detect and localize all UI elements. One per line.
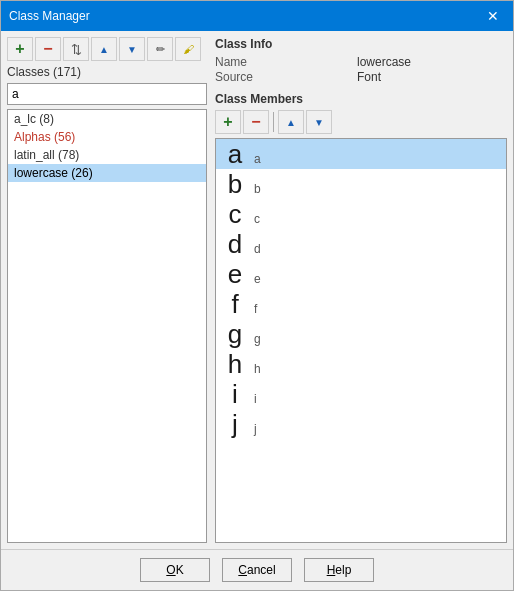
member-move-down-button[interactable]: ▼ xyxy=(306,110,332,134)
member-move-up-button[interactable]: ▲ xyxy=(278,110,304,134)
close-button[interactable]: ✕ xyxy=(481,6,505,26)
remove-member-button[interactable]: − xyxy=(243,110,269,134)
left-toolbar: + − ⇅ ▲ ▼ ✏ 🖌 xyxy=(7,37,207,61)
member-glyph-small: d xyxy=(254,242,261,256)
member-row[interactable]: c c xyxy=(216,199,506,229)
members-list[interactable]: a a b b c c d d e e xyxy=(215,138,507,543)
arrow-down-icon: ▼ xyxy=(127,44,137,55)
member-glyph-small: a xyxy=(254,152,261,166)
member-glyph-small: f xyxy=(254,302,257,316)
arrow-up-icon: ▲ xyxy=(286,117,296,128)
member-glyph-large: a xyxy=(224,141,246,167)
member-row[interactable]: b b xyxy=(216,169,506,199)
member-row[interactable]: d d xyxy=(216,229,506,259)
member-row[interactable]: a a xyxy=(216,139,506,169)
remove-class-button[interactable]: − xyxy=(35,37,61,61)
list-item[interactable]: a_lc (8) xyxy=(8,110,206,128)
help-button[interactable]: Help xyxy=(304,558,374,582)
ok-button[interactable]: OK xyxy=(140,558,210,582)
move-down-button[interactable]: ▼ xyxy=(119,37,145,61)
list-item[interactable]: Alphas (56) xyxy=(8,128,206,146)
member-glyph-large: h xyxy=(224,351,246,377)
member-row[interactable]: e e xyxy=(216,259,506,289)
class-info-title: Class Info xyxy=(215,37,507,51)
source-value: Font xyxy=(357,70,507,84)
member-glyph-small: i xyxy=(254,392,257,406)
member-glyph-small: j xyxy=(254,422,257,436)
member-row[interactable]: g g xyxy=(216,319,506,349)
add-member-button[interactable]: + xyxy=(215,110,241,134)
sort-icon: ⇅ xyxy=(71,42,82,57)
list-item[interactable]: latin_all (78) xyxy=(8,146,206,164)
class-members-label: Class Members xyxy=(215,92,507,106)
member-glyph-large: g xyxy=(224,321,246,347)
add-class-button[interactable]: + xyxy=(7,37,33,61)
member-glyph-large: d xyxy=(224,231,246,257)
cancel-button[interactable]: Cancel xyxy=(222,558,292,582)
toolbar-separator xyxy=(273,112,274,132)
members-toolbar: + − ▲ ▼ xyxy=(215,110,507,134)
edit-icon: ✏ xyxy=(156,43,165,56)
sort-classes-button[interactable]: ⇅ xyxy=(63,37,89,61)
ok-underline: OK xyxy=(166,563,183,577)
list-item-selected[interactable]: lowercase (26) xyxy=(8,164,206,182)
class-manager-window: Class Manager ✕ + − ⇅ ▲ ▼ ✏ xyxy=(0,0,514,591)
member-glyph-small: h xyxy=(254,362,261,376)
member-glyph-large: c xyxy=(224,201,246,227)
member-glyph-large: j xyxy=(224,411,246,437)
cancel-underline: Cancel xyxy=(238,563,275,577)
member-row[interactable]: f f xyxy=(216,289,506,319)
member-glyph-small: g xyxy=(254,332,261,346)
member-glyph-large: i xyxy=(224,381,246,407)
member-glyph-large: e xyxy=(224,261,246,287)
arrow-down-icon: ▼ xyxy=(314,117,324,128)
footer: OK Cancel Help xyxy=(1,549,513,590)
title-bar: Class Manager ✕ xyxy=(1,1,513,31)
left-panel: + − ⇅ ▲ ▼ ✏ 🖌 Classes (171) xyxy=(7,37,207,543)
paint-icon: 🖌 xyxy=(183,43,194,55)
member-row[interactable]: h h xyxy=(216,349,506,379)
help-underline: Help xyxy=(327,563,352,577)
window-title: Class Manager xyxy=(9,9,90,23)
right-panel: Class Info Name lowercase Source Font Cl… xyxy=(215,37,507,543)
member-row[interactable]: i i xyxy=(216,379,506,409)
main-content: + − ⇅ ▲ ▼ ✏ 🖌 Classes (171) xyxy=(1,31,513,549)
class-info-section: Class Info Name lowercase Source Font xyxy=(215,37,507,84)
search-input[interactable] xyxy=(7,83,207,105)
edit-button[interactable]: ✏ xyxy=(147,37,173,61)
member-glyph-small: e xyxy=(254,272,261,286)
paint-button[interactable]: 🖌 xyxy=(175,37,201,61)
member-glyph-large: b xyxy=(224,171,246,197)
name-label: Name xyxy=(215,55,349,69)
source-label: Source xyxy=(215,70,349,84)
class-info-grid: Name lowercase Source Font xyxy=(215,55,507,84)
classes-list[interactable]: a_lc (8) Alphas (56) latin_all (78) lowe… xyxy=(7,109,207,543)
move-up-button[interactable]: ▲ xyxy=(91,37,117,61)
member-glyph-small: c xyxy=(254,212,260,226)
arrow-up-icon: ▲ xyxy=(99,44,109,55)
classes-label: Classes (171) xyxy=(7,65,207,79)
member-glyph-small: b xyxy=(254,182,261,196)
member-glyph-large: f xyxy=(224,291,246,317)
name-value: lowercase xyxy=(357,55,507,69)
member-row[interactable]: j j xyxy=(216,409,506,439)
